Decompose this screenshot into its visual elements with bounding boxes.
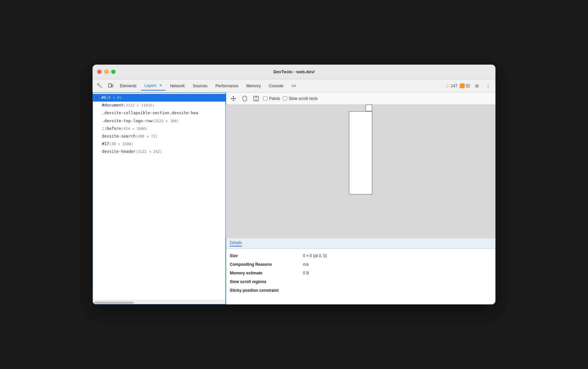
layers-tree[interactable]: ▼ #6(0 × 0) #document(3122 × 11015) .dev… xyxy=(93,93,225,300)
svg-rect-0 xyxy=(98,84,99,85)
details-key-scroll: Slow scroll regions xyxy=(230,279,303,285)
layer-tab-indicator xyxy=(366,105,372,111)
svg-rect-2 xyxy=(109,84,111,87)
settings-button[interactable]: ⚙ xyxy=(472,81,481,91)
details-row-memory: Memory estimate 0 B xyxy=(226,269,495,277)
details-row-compositing: Compositing Reasons n/a xyxy=(226,260,495,269)
devtools-toolbar: Elements Layers ✕ Network Sources Perfor… xyxy=(93,79,495,93)
details-key-size: Size xyxy=(230,253,303,259)
layers-tab-close[interactable]: ✕ xyxy=(159,83,162,88)
layer-item-root[interactable]: ▼ #6(0 × 0) xyxy=(93,94,225,102)
details-val-compositing: n/a xyxy=(303,261,309,267)
viewer-area[interactable] xyxy=(226,105,495,238)
maximize-button[interactable] xyxy=(111,70,116,74)
toolbar-right: ⚠ 147 🟧 52 ⚙ ⋮ xyxy=(446,81,493,91)
title-bar: DevTools - web.dev/ xyxy=(93,65,495,79)
devtools-window: DevTools - web.dev/ Elements Layers ✕ Ne… xyxy=(93,65,495,304)
layer-item-search[interactable]: devsite-search(400 × 72) xyxy=(99,133,225,140)
tab-layers[interactable]: Layers ✕ xyxy=(141,81,165,91)
details-row-size: Size 0 × 0 (at 0, 0) xyxy=(226,251,495,260)
traffic-lights xyxy=(97,70,116,74)
warning-icon: ⚠ xyxy=(446,83,450,88)
layer-visualization xyxy=(347,111,374,194)
error-badge[interactable]: 🟧 52 xyxy=(459,83,470,88)
details-key-sticky: Sticky position constraint xyxy=(230,287,303,293)
details-row-sticky: Sticky position constraint xyxy=(226,286,495,295)
inspect-element-button[interactable] xyxy=(95,81,105,91)
fit-button[interactable] xyxy=(252,94,260,103)
details-row-scroll: Slow scroll regions xyxy=(226,277,495,286)
viewer-toolbar: Paints Slow scroll rects xyxy=(226,93,495,105)
tab-elements[interactable]: Elements xyxy=(117,81,140,91)
device-toolbar-button[interactable] xyxy=(106,81,115,91)
layer-item-collapsible[interactable]: .devsite-collapsible-section.devsite-hea xyxy=(99,109,225,117)
scrollbar-thumb xyxy=(94,302,134,304)
layers-panel: ▼ #6(0 × 0) #document(3122 × 11015) .dev… xyxy=(93,93,226,304)
layers-scrollbar[interactable] xyxy=(93,300,225,304)
slow-scroll-checkbox-label[interactable]: Slow scroll rects xyxy=(283,96,318,101)
main-content: ▼ #6(0 × 0) #document(3122 × 11015) .dev… xyxy=(93,93,495,304)
paints-checkbox[interactable] xyxy=(263,96,267,101)
pan-button[interactable] xyxy=(229,94,238,103)
tab-performance[interactable]: Performance xyxy=(212,81,242,91)
details-val-memory: 0 B xyxy=(303,270,309,276)
warning-badge[interactable]: ⚠ 147 xyxy=(446,83,457,88)
svg-line-1 xyxy=(99,85,102,88)
close-button[interactable] xyxy=(97,70,102,74)
details-content: Size 0 × 0 (at 0, 0) Compositing Reasons… xyxy=(226,249,495,304)
svg-rect-3 xyxy=(112,85,113,87)
right-panel: Paints Slow scroll rects Details xyxy=(226,93,495,304)
layer-box-main xyxy=(349,111,372,194)
details-key-memory: Memory estimate xyxy=(230,270,303,276)
layer-item-17[interactable]: #17(30 × 1506) xyxy=(99,140,225,148)
more-options-button[interactable]: ⋮ xyxy=(483,81,493,91)
window-title: DevTools - web.dev/ xyxy=(273,69,315,74)
layer-item-document[interactable]: #document(3122 × 11015) xyxy=(99,102,225,109)
layer-item-header[interactable]: devsite-header(3122 × 242) xyxy=(99,148,225,156)
details-tab[interactable]: Details xyxy=(230,240,242,246)
tab-memory[interactable]: Memory xyxy=(243,81,264,91)
expand-arrow: ▼ xyxy=(95,95,98,100)
tab-sources[interactable]: Sources xyxy=(189,81,211,91)
slow-scroll-checkbox[interactable] xyxy=(283,96,287,101)
tab-console[interactable]: Console xyxy=(265,81,287,91)
details-panel: Details Size 0 × 0 (at 0, 0) Compositing… xyxy=(226,238,495,304)
svg-rect-4 xyxy=(254,96,258,101)
minimize-button[interactable] xyxy=(104,70,109,74)
details-key-compositing: Compositing Reasons xyxy=(230,261,303,267)
error-icon: 🟧 xyxy=(459,83,465,88)
details-val-size: 0 × 0 (at 0, 0) xyxy=(303,253,327,259)
paints-checkbox-label[interactable]: Paints xyxy=(263,96,280,101)
layer-item-before[interactable]: ::before(424 × 1000) xyxy=(99,125,225,133)
details-header: Details xyxy=(226,238,495,249)
more-tabs-button[interactable]: >> xyxy=(288,81,299,91)
layer-item-logo-row[interactable]: .devsite-top-logo-row(3122 × 108) xyxy=(99,117,225,125)
tab-network[interactable]: Network xyxy=(167,81,188,91)
rotate-button[interactable] xyxy=(240,94,249,103)
